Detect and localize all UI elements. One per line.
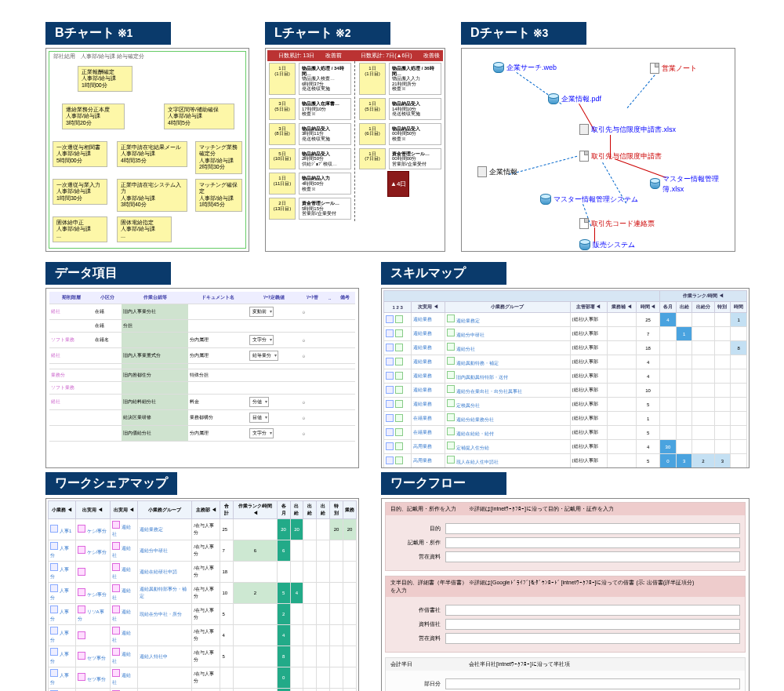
wf-input[interactable] bbox=[445, 523, 740, 534]
expand-icon[interactable] bbox=[386, 372, 394, 380]
ws-cell[interactable]: ケシ/事分 bbox=[75, 519, 110, 540]
expand-icon[interactable] bbox=[112, 521, 120, 529]
expand-icon[interactable] bbox=[395, 442, 403, 450]
ws-cell[interactable] bbox=[75, 625, 110, 646]
wf-input[interactable] bbox=[445, 633, 740, 644]
sm-grp[interactable]: 週給分社 bbox=[445, 341, 570, 355]
expand-icon[interactable] bbox=[50, 584, 58, 592]
di-select[interactable]: 目値 bbox=[249, 413, 269, 423]
ws-cell[interactable]: セツ事分 bbox=[75, 646, 110, 667]
ws-cell[interactable]: 週給異動特部事分・補定 bbox=[137, 583, 192, 604]
sm-grp[interactable]: 週給異動特務・補定 bbox=[445, 355, 570, 369]
expand-icon[interactable] bbox=[395, 414, 403, 422]
expand-icon[interactable] bbox=[447, 413, 455, 421]
sm-cat[interactable]: 週給業務 bbox=[412, 384, 445, 398]
expand-icon[interactable] bbox=[50, 627, 58, 635]
expand-icon[interactable] bbox=[395, 372, 403, 380]
expand-icon[interactable] bbox=[386, 414, 394, 422]
expand-icon[interactable] bbox=[386, 386, 394, 394]
sm-grp[interactable]: 旧内異動異特特部・送付 bbox=[445, 369, 570, 384]
expand-icon[interactable] bbox=[50, 525, 58, 533]
expand-icon[interactable] bbox=[50, 648, 58, 656]
expand-icon[interactable] bbox=[395, 344, 403, 351]
sm-grp[interactable]: 定補提入住分給 bbox=[445, 440, 570, 454]
expand-icon[interactable] bbox=[395, 456, 403, 464]
ws-cell[interactable] bbox=[75, 562, 110, 583]
ws-cell[interactable]: 週給業務定 bbox=[137, 519, 192, 540]
sm-grp[interactable]: 現人在給人住申請社 bbox=[445, 454, 570, 468]
expand-icon[interactable] bbox=[50, 563, 58, 571]
expand-icon[interactable] bbox=[447, 357, 455, 365]
sm-grp[interactable]: 週給分在業出社・出分社異事社 bbox=[445, 384, 570, 398]
di-select[interactable]: 文字分 bbox=[249, 335, 274, 345]
sm-grp[interactable]: 特別申請細提分付・個人コード付給 bbox=[445, 468, 570, 469]
di-select[interactable]: 変動前 bbox=[249, 307, 274, 317]
expand-icon[interactable] bbox=[50, 542, 58, 550]
expand-icon[interactable] bbox=[386, 358, 394, 366]
expand-icon[interactable] bbox=[112, 563, 120, 571]
expand-icon[interactable] bbox=[386, 344, 394, 351]
ws-cell[interactable] bbox=[137, 625, 192, 646]
sm-grp[interactable]: 週給分給業務分社 bbox=[445, 412, 570, 426]
ws-cell[interactable]: 週給社 bbox=[110, 604, 137, 625]
expand-icon[interactable] bbox=[447, 456, 455, 464]
ws-cell[interactable]: 週給人特社分事分 bbox=[137, 689, 192, 692]
expand-icon[interactable] bbox=[447, 399, 455, 407]
sm-cat[interactable]: 高用業務 bbox=[412, 454, 445, 468]
wf-input[interactable] bbox=[445, 537, 740, 548]
ws-cell[interactable]: 人事1 bbox=[49, 519, 76, 540]
ws-cell[interactable]: 人事分 bbox=[49, 604, 76, 625]
expand-icon[interactable] bbox=[386, 428, 394, 436]
wf-input[interactable] bbox=[445, 551, 740, 562]
expand-icon[interactable] bbox=[395, 428, 403, 436]
ws-cell[interactable]: 週給社 bbox=[110, 519, 137, 540]
ws-cell[interactable]: 人事分 bbox=[49, 562, 76, 583]
ws-cell[interactable]: 週給在給研社申請 bbox=[137, 562, 192, 583]
sm-grp[interactable]: 週給分申研社 bbox=[445, 327, 570, 341]
ws-cell[interactable]: 週給分申研社 bbox=[137, 540, 192, 562]
expand-icon[interactable] bbox=[447, 385, 455, 393]
sm-cat[interactable]: 週給業務 bbox=[412, 327, 445, 341]
ws-cell[interactable]: 週給社 bbox=[110, 646, 137, 667]
di-select[interactable]: 文字分 bbox=[249, 428, 274, 438]
ws-cell[interactable] bbox=[137, 667, 192, 689]
ws-cell[interactable]: 週給社 bbox=[110, 689, 137, 692]
wf-input[interactable] bbox=[445, 619, 740, 630]
expand-icon[interactable] bbox=[395, 315, 403, 323]
ws-cell[interactable]: 人事分 bbox=[49, 583, 76, 604]
expand-icon[interactable] bbox=[78, 673, 85, 681]
ws-cell[interactable]: ケシ/事分 bbox=[75, 583, 110, 604]
expand-icon[interactable] bbox=[78, 631, 85, 639]
ws-cell[interactable]: カシ事分 bbox=[75, 689, 110, 692]
expand-icon[interactable] bbox=[447, 442, 455, 449]
expand-icon[interactable] bbox=[112, 669, 120, 677]
expand-icon[interactable] bbox=[447, 315, 455, 322]
expand-icon[interactable] bbox=[78, 652, 85, 660]
expand-icon[interactable] bbox=[78, 606, 85, 613]
ws-cell[interactable]: 週給社 bbox=[110, 583, 137, 604]
sm-cat[interactable]: 在籍業務 bbox=[412, 412, 445, 426]
di-select[interactable]: 分値 bbox=[249, 397, 269, 407]
ws-cell[interactable]: 現給在分申社・所分 bbox=[137, 604, 192, 625]
sm-cat[interactable]: 週給業務 bbox=[412, 369, 445, 384]
expand-icon[interactable] bbox=[395, 400, 403, 408]
ws-cell[interactable]: 人事分 bbox=[49, 540, 76, 562]
expand-icon[interactable] bbox=[386, 400, 394, 408]
sm-cat[interactable]: 週給業務 bbox=[412, 313, 445, 327]
ws-cell[interactable]: 人事分 bbox=[49, 667, 76, 689]
expand-icon[interactable] bbox=[447, 343, 455, 351]
expand-icon[interactable] bbox=[50, 606, 58, 613]
expand-icon[interactable] bbox=[386, 456, 394, 464]
sm-cat[interactable]: 特別申請区 bbox=[412, 468, 445, 469]
expand-icon[interactable] bbox=[78, 588, 85, 596]
expand-icon[interactable] bbox=[395, 386, 403, 394]
sm-grp[interactable]: 定検異分社 bbox=[445, 398, 570, 412]
di-select[interactable]: 給等業分 bbox=[249, 351, 278, 361]
expand-icon[interactable] bbox=[112, 627, 120, 635]
sm-cat[interactable]: 週給業務 bbox=[412, 355, 445, 369]
ws-cell[interactable]: セツ事分 bbox=[75, 667, 110, 689]
ws-cell[interactable]: 人事分 bbox=[49, 646, 76, 667]
ws-cell[interactable]: 週給社 bbox=[110, 667, 137, 689]
ws-cell[interactable]: 週給社 bbox=[110, 625, 137, 646]
sm-grp[interactable]: 週給業務定 bbox=[445, 313, 570, 327]
